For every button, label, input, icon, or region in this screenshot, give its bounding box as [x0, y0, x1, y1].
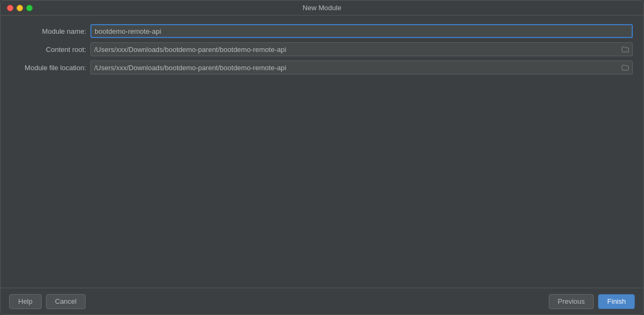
- footer-right-buttons: Previous Finish: [549, 294, 635, 309]
- module-file-location-label: Module file location:: [11, 64, 86, 72]
- content-root-label: Content root:: [11, 46, 86, 54]
- module-file-location-browse-button[interactable]: [620, 63, 631, 72]
- close-button[interactable]: [7, 5, 13, 11]
- module-file-location-input[interactable]: [90, 61, 633, 74]
- previous-button[interactable]: Previous: [549, 294, 594, 309]
- module-file-location-input-wrapper: [90, 61, 633, 74]
- content-root-row: Content root:: [11, 42, 633, 56]
- content-root-input-wrapper: [90, 42, 633, 56]
- dialog-window: New Module Module name: Content root:: [0, 0, 644, 315]
- module-name-input[interactable]: [90, 24, 633, 38]
- content-area: Module name: Content root: Module file l…: [1, 16, 643, 288]
- minimize-button[interactable]: [17, 5, 23, 11]
- cancel-button[interactable]: Cancel: [46, 294, 86, 309]
- finish-button[interactable]: Finish: [598, 294, 635, 309]
- content-root-input[interactable]: [90, 42, 633, 56]
- help-button[interactable]: Help: [9, 294, 42, 309]
- module-file-location-row: Module file location:: [11, 61, 633, 74]
- title-bar: New Module: [1, 1, 643, 16]
- traffic-lights: [7, 5, 33, 11]
- content-root-browse-button[interactable]: [620, 44, 631, 54]
- module-name-input-wrapper: [90, 24, 633, 38]
- footer: Help Cancel Previous Finish: [1, 288, 643, 314]
- module-name-label: Module name:: [11, 27, 86, 35]
- window-title: New Module: [303, 4, 341, 12]
- footer-left-buttons: Help Cancel: [9, 294, 86, 309]
- module-name-row: Module name:: [11, 24, 633, 38]
- maximize-button[interactable]: [26, 5, 33, 11]
